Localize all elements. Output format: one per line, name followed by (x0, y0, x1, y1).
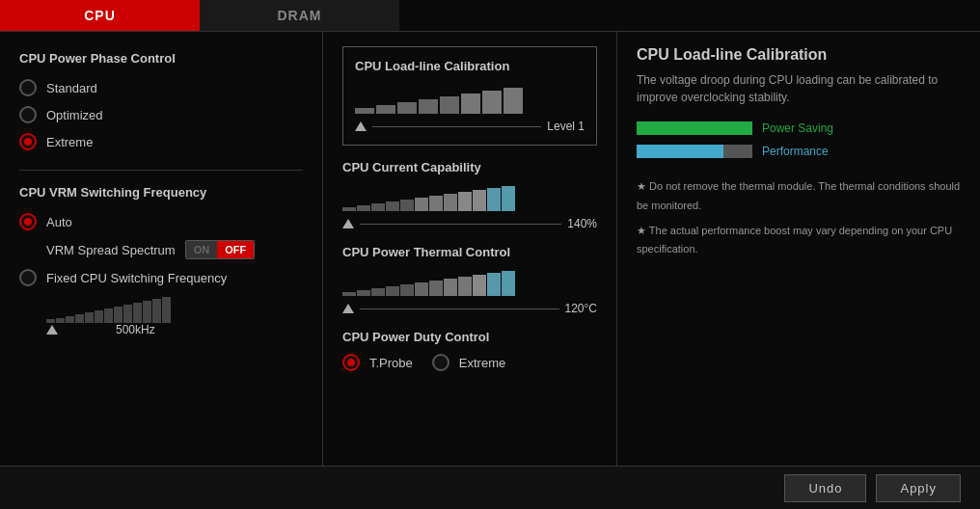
phase-optimized-radio[interactable] (19, 106, 37, 123)
vrm-auto-label: Auto (46, 215, 72, 229)
ll-block-3 (397, 102, 417, 114)
main-content: CPU Power Phase Control Standard Optimiz… (0, 32, 980, 466)
ll-block-2 (376, 105, 395, 114)
current-cap-line (360, 224, 561, 225)
freq-bar-5 (85, 312, 94, 323)
loadline-box: CPU Load-line Calibration Level 1 (342, 46, 597, 146)
freq-bar-7 (104, 308, 113, 323)
duty-section: CPU Power Duty Control T.Probe Extreme (342, 330, 597, 371)
bar-powersaving-fill (637, 121, 752, 135)
thermal-slider (342, 269, 597, 296)
freq-bar-13 (162, 297, 171, 323)
loadline-indicator-row: Level 1 (355, 120, 585, 133)
loadline-slider (355, 85, 585, 114)
freq-slider-arrow[interactable] (46, 325, 58, 335)
loadline-line (372, 126, 541, 127)
phase-standard-label: Standard (46, 81, 97, 95)
thermal-indicator: 120°C (342, 302, 597, 315)
right-panel: CPU Load-line Calibration The voltage dr… (617, 32, 980, 466)
bar-performance-container (637, 145, 752, 158)
phase-extreme[interactable]: Extreme (19, 133, 303, 150)
freq-bar-2 (56, 318, 65, 323)
freq-bar-10 (133, 303, 142, 323)
ll-block-7 (482, 91, 502, 114)
freq-bar-9 (123, 305, 132, 323)
toggle-off-label[interactable]: OFF (217, 241, 254, 258)
ll-block-4 (419, 99, 438, 114)
current-cap-indicator: 140% (342, 217, 597, 230)
toggle-on-label[interactable]: ON (186, 241, 218, 258)
duty-tprobe-label: T.Probe (369, 356, 413, 370)
middle-panel: CPU Load-line Calibration Level 1 CPU Cu… (323, 32, 617, 466)
freq-bar-4 (75, 314, 84, 323)
freq-bar-6 (95, 310, 103, 323)
undo-button[interactable]: Undo (784, 474, 866, 502)
vrm-spread-toggle[interactable]: ON OFF (185, 240, 256, 259)
fixed-freq-radio[interactable] (19, 269, 37, 286)
phase-control-group: Standard Optimized Extreme (19, 79, 303, 150)
freq-value: 500kHz (116, 323, 155, 336)
thermal-arrow[interactable] (342, 304, 354, 313)
freq-bar-1 (46, 319, 55, 323)
notes-section: ★ Do not remove the thermal module. The … (637, 177, 961, 259)
vrm-auto-radio[interactable] (19, 213, 37, 230)
bar-row-performance: Performance (637, 145, 961, 158)
loadline-title: CPU Load-line Calibration (355, 59, 585, 73)
thermal-section: CPU Power Thermal Control 120°C (342, 245, 597, 315)
ll-block-6 (461, 94, 480, 114)
left-panel: CPU Power Phase Control Standard Optimiz… (0, 32, 323, 466)
loadline-level: Level 1 (547, 120, 585, 133)
duty-extreme-radio[interactable] (432, 354, 449, 371)
freq-bar-11 (143, 301, 151, 323)
freq-bar-8 (114, 307, 122, 323)
phase-control-title: CPU Power Phase Control (19, 51, 303, 66)
vrm-title: CPU VRM Switching Frequency (19, 185, 303, 200)
vrm-auto-row: Auto (19, 213, 303, 230)
apply-button[interactable]: Apply (876, 474, 961, 502)
vrm-spread-label: VRM Spread Spectrum (46, 243, 176, 257)
duty-radio-row: T.Probe Extreme (342, 354, 597, 371)
tab-bar: CPU DRAM (0, 0, 980, 32)
current-cap-section: CPU Current Capability 140% (342, 160, 597, 230)
bar-row-powersaving: Power Saving (637, 121, 961, 135)
thermal-value: 120°C (565, 302, 598, 315)
tab-cpu[interactable]: CPU (0, 0, 200, 31)
bar-powersaving-label: Power Saving (762, 121, 833, 135)
vrm-spread-row: VRM Spread Spectrum ON OFF (46, 240, 303, 259)
phase-standard-radio[interactable] (19, 79, 37, 96)
bar-performance-bg (723, 145, 752, 158)
fixed-freq-row[interactable]: Fixed CPU Switching Frequency (19, 269, 303, 286)
phase-extreme-label: Extreme (46, 135, 93, 149)
bar-performance-fill (637, 145, 723, 158)
ll-block-5 (440, 96, 459, 114)
current-cap-arrow[interactable] (342, 219, 354, 228)
ll-block-1 (355, 108, 374, 114)
ll-block-8 (504, 88, 523, 114)
thermal-title: CPU Power Thermal Control (342, 245, 597, 259)
freq-slider-container: 500kHz (46, 296, 303, 336)
loadline-arrow[interactable] (355, 121, 367, 131)
bar-performance-label: Performance (762, 145, 829, 158)
phase-optimized-label: Optimized (46, 108, 103, 122)
phase-optimized[interactable]: Optimized (19, 106, 303, 123)
right-description: The voltage droop during CPU loading can… (637, 71, 961, 106)
phase-standard[interactable]: Standard (19, 79, 303, 96)
note-2: ★ The actual performance boost may vary … (637, 222, 961, 260)
freq-bar-3 (66, 316, 74, 323)
duty-extreme[interactable]: Extreme (432, 354, 505, 371)
duty-tprobe[interactable]: T.Probe (342, 354, 413, 371)
thermal-line (360, 308, 559, 309)
footer: Undo Apply (0, 466, 980, 509)
duty-tprobe-radio[interactable] (342, 354, 360, 371)
current-cap-title: CPU Current Capability (342, 160, 597, 174)
freq-slider-row: 500kHz (46, 323, 303, 336)
bar-powersaving-container (637, 121, 752, 135)
freq-slider-bars (46, 296, 303, 323)
freq-bar-12 (152, 299, 161, 323)
left-divider (19, 170, 303, 171)
phase-extreme-radio[interactable] (19, 133, 37, 150)
duty-extreme-label: Extreme (459, 356, 505, 370)
tab-dram[interactable]: DRAM (200, 0, 399, 31)
current-cap-slider (342, 184, 597, 211)
note-1: ★ Do not remove the thermal module. The … (637, 177, 961, 216)
